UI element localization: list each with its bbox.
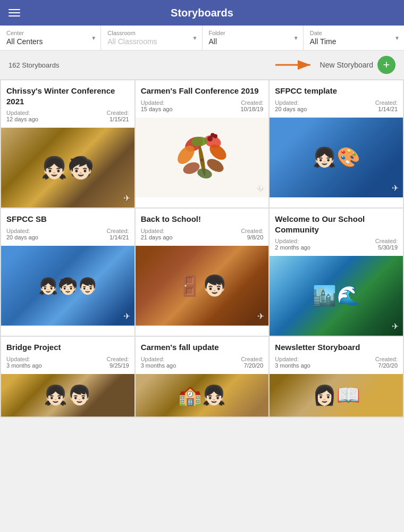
storyboard-card-sfpcc-sb[interactable]: SFPCC SB Updated: 20 days ago Created: 1… <box>1 209 134 336</box>
created-value: 9/25/19 <box>110 362 129 369</box>
share-icon: ✈ <box>257 183 264 193</box>
created-label: Created: <box>241 99 263 106</box>
updated-meta: Updated: 15 days ago <box>141 99 173 112</box>
updated-meta: Updated: 20 days ago <box>275 99 307 112</box>
card-title: SFPCC SB <box>6 214 129 225</box>
updated-meta: Updated: 3 months ago <box>141 356 176 369</box>
updated-value: 12 days ago <box>6 116 38 122</box>
leaves-illustration <box>165 120 239 195</box>
created-meta: Created: 1/14/21 <box>375 99 398 112</box>
created-label: Created: <box>241 228 263 234</box>
new-storyboard-button[interactable]: + <box>377 56 395 74</box>
card-image <box>136 374 269 417</box>
storyboard-card-bridge[interactable]: Bridge Project Updated: 3 months ago Cre… <box>1 337 134 417</box>
card-meta: Updated: 3 months ago Created: 7/20/20 <box>275 356 398 369</box>
updated-label: Updated: <box>141 228 165 234</box>
folder-filter-label: Folder <box>209 30 297 36</box>
share-icon: ✈ <box>257 311 264 321</box>
card-meta: Updated: 2 months ago Created: 5/30/19 <box>275 238 398 251</box>
created-meta: Created: 1/15/21 <box>106 110 129 122</box>
storyboard-card-carmen-update[interactable]: Carmen's fall update Updated: 3 months a… <box>136 337 269 417</box>
created-value: 1/14/21 <box>378 106 398 112</box>
created-value: 5/30/19 <box>378 244 398 251</box>
updated-value: 2 months ago <box>275 244 310 251</box>
updated-meta: Updated: 3 months ago <box>275 356 310 369</box>
center-filter-label: Center <box>6 30 94 36</box>
card-image: ✈ <box>1 128 134 207</box>
share-icon: ✈ <box>392 183 399 193</box>
card-image <box>1 374 134 417</box>
classroom-filter[interactable]: Classroom All Classrooms ▼ <box>101 26 202 50</box>
card-meta: Updated: 15 days ago Created: 10/18/19 <box>141 99 264 112</box>
filter-bar: Center All Centers ▼ Classroom All Class… <box>0 26 404 51</box>
card-info: Bridge Project Updated: 3 months ago Cre… <box>1 337 134 374</box>
storyboard-card-sfpcc-template[interactable]: SFPCC template Updated: 20 days ago Crea… <box>270 80 403 207</box>
updated-meta: Updated: 21 days ago <box>141 228 173 240</box>
new-storyboard-label: New Storyboard <box>320 61 373 69</box>
card-title: Chrissy's Winter Conference 2021 <box>6 86 129 106</box>
created-value: 10/18/19 <box>241 106 264 112</box>
card-title: Carmen's fall update <box>141 342 264 353</box>
card-image: ✈ <box>270 118 403 197</box>
card-image: ✈ <box>1 246 134 326</box>
card-title: Carmen's Fall Conference 2019 <box>141 86 264 96</box>
hamburger-menu-button[interactable] <box>9 9 20 16</box>
share-icon: ✈ <box>392 321 399 331</box>
storyboard-card-newsletter[interactable]: Newsletter Storyboard Updated: 3 months … <box>270 337 403 417</box>
created-label: Created: <box>375 356 398 362</box>
chevron-down-icon: ▼ <box>91 35 96 41</box>
created-label: Created: <box>106 228 129 234</box>
card-title: Welcome to Our School Community <box>275 214 398 235</box>
created-label: Created: <box>375 238 398 244</box>
card-image: ✈ <box>270 256 403 336</box>
storyboard-card-carmen-fall[interactable]: Carmen's Fall Conference 2019 Updated: 1… <box>136 80 269 207</box>
card-title: SFPCC template <box>275 86 398 96</box>
updated-label: Updated: <box>275 99 299 106</box>
card-image: ✈ <box>136 246 269 326</box>
card-meta: Updated: 20 days ago Created: 1/14/21 <box>6 228 129 240</box>
center-filter[interactable]: Center All Centers ▼ <box>0 26 101 50</box>
created-label: Created: <box>375 99 398 106</box>
date-filter-value: All Time <box>310 37 398 46</box>
updated-value: 3 months ago <box>141 362 176 369</box>
date-filter[interactable]: Date All Time ▼ <box>304 26 404 50</box>
app-header: Storyboards <box>0 0 404 26</box>
created-label: Created: <box>106 356 129 362</box>
updated-value: 20 days ago <box>275 106 307 112</box>
created-meta: Created: 7/20/20 <box>241 356 263 369</box>
created-meta: Created: 5/30/19 <box>375 238 398 251</box>
share-icon: ✈ <box>123 311 130 321</box>
new-storyboard-area: New Storyboard + <box>273 56 395 74</box>
created-value: 7/20/20 <box>244 362 264 369</box>
card-info: Welcome to Our School Community Updated:… <box>270 209 403 256</box>
card-image <box>270 374 403 417</box>
action-bar: 162 Storyboards New Storyboard + <box>0 51 404 79</box>
created-meta: Created: 10/18/19 <box>241 99 264 112</box>
card-info: Newsletter Storyboard Updated: 3 months … <box>270 337 403 374</box>
card-title: Bridge Project <box>6 342 129 353</box>
card-title: Newsletter Storyboard <box>275 342 398 353</box>
created-meta: Created: 9/8/20 <box>241 228 263 240</box>
card-title: Back to School! <box>141 214 264 225</box>
updated-label: Updated: <box>141 99 165 106</box>
folder-filter-value: All <box>209 37 297 46</box>
updated-label: Updated: <box>6 228 30 234</box>
card-meta: Updated: 3 months ago Created: 7/20/20 <box>141 356 264 369</box>
storyboard-card-welcome[interactable]: Welcome to Our School Community Updated:… <box>270 209 403 336</box>
card-meta: Updated: 21 days ago Created: 9/8/20 <box>141 228 264 240</box>
folder-filter[interactable]: Folder All ▼ <box>203 26 304 50</box>
updated-label: Updated: <box>275 238 299 244</box>
hamburger-icon <box>9 9 20 10</box>
date-filter-label: Date <box>310 30 398 36</box>
hamburger-icon <box>9 15 20 16</box>
hamburger-icon <box>9 12 20 13</box>
center-filter-value: All Centers <box>6 37 94 46</box>
storyboard-card-chrissy[interactable]: Chrissy's Winter Conference 2021 Updated… <box>1 80 134 207</box>
chevron-down-icon: ▼ <box>192 35 198 41</box>
updated-meta: Updated: 20 days ago <box>6 228 38 240</box>
updated-label: Updated: <box>6 110 30 116</box>
created-meta: Created: 7/20/20 <box>375 356 398 369</box>
updated-value: 20 days ago <box>6 234 38 240</box>
storyboard-card-back-school[interactable]: Back to School! Updated: 21 days ago Cre… <box>136 209 269 336</box>
created-label: Created: <box>241 356 263 362</box>
